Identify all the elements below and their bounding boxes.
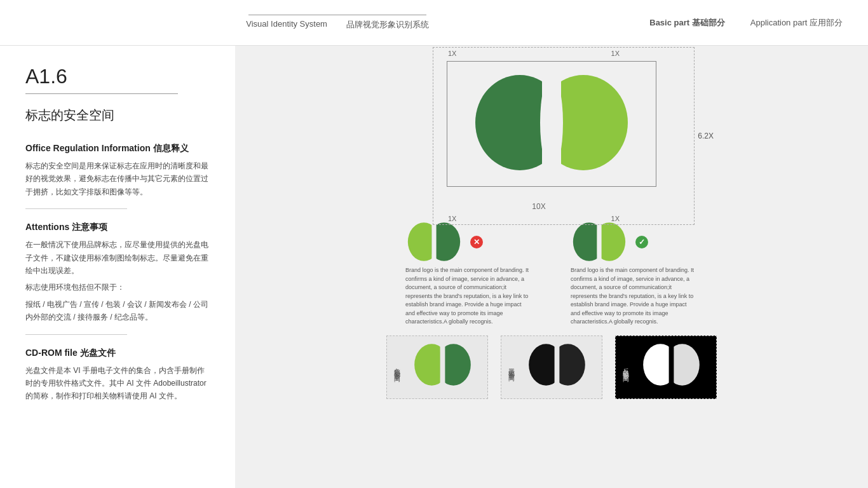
header-nav: Basic part 基础部分 Application part 应用部分 (649, 17, 843, 29)
label-1x-tr: 1X (611, 50, 620, 57)
black-variant: 墨稿安全空间 (501, 336, 602, 399)
section2-text3: 报纸 / 电视广告 / 宣传 / 包装 / 会议 / 新闻发布会 / 公司内外部… (25, 298, 210, 324)
section1-text: 标志的安全空间是用来保证标志在应用时的清晰度和最好的视觉效果，避免标志在传播中与… (25, 159, 210, 198)
section-divider-1 (25, 208, 127, 209)
black-variant-logo (527, 342, 587, 390)
section2-text2: 标志使用环境包括但不限于： (25, 281, 210, 294)
color-variant-logo (412, 342, 473, 390)
color-variant-label: 色彩稿安全空间 (392, 363, 401, 372)
reverse-variant-label: 反白稿安全空间 (621, 363, 630, 372)
label-1x-br: 1X (611, 215, 620, 222)
header: Visual Identity System 品牌视觉形象识别系统 Basic … (0, 0, 868, 46)
page-number: A1.6 (25, 65, 210, 88)
section-divider-2 (25, 334, 127, 335)
svg-rect-13 (597, 221, 601, 262)
svg-rect-8 (431, 221, 436, 262)
correct-logo (571, 221, 628, 262)
svg-point-3 (540, 75, 563, 170)
wrong-icon: ✕ (470, 236, 483, 248)
wrong-example-row: ✕ (405, 221, 483, 262)
wrong-example-text: Brand logo is the main component of bran… (405, 266, 532, 327)
main: A1.6 标志的安全空间 Office Regulation Informati… (0, 46, 868, 488)
middle-row: ✕ Brand logo is the main component of br… (254, 221, 849, 327)
sidebar: A1.6 标志的安全空间 Office Regulation Informati… (0, 46, 235, 488)
section3-title: CD-ROM file 光盘文件 (25, 348, 210, 359)
label-1x-bl: 1X (448, 215, 456, 222)
svg-rect-28 (668, 342, 674, 387)
header-divider (248, 15, 426, 15)
black-variant-label: 墨稿安全空间 (506, 363, 515, 371)
correct-example-row: ✓ (571, 221, 648, 262)
content-area: 1X 1X 1X 1X 6.2X (235, 46, 868, 488)
correct-example-text: Brand logo is the main component of bran… (571, 266, 698, 327)
nav-basic[interactable]: Basic part 基础部分 (649, 17, 725, 29)
label-10x: 10X (447, 202, 656, 211)
svg-rect-18 (440, 342, 445, 387)
color-variant: 色彩稿安全空间 (386, 336, 488, 399)
svg-rect-23 (554, 342, 559, 387)
label-6x: 6.2X (698, 132, 714, 140)
logo-safety-demo: 1X 1X 1X 1X 6.2X (254, 61, 849, 211)
reverse-variant: 反白稿安全空间 (615, 336, 717, 399)
wrong-example: ✕ Brand logo is the main component of br… (405, 221, 532, 327)
sidebar-divider (25, 93, 178, 94)
nav-application[interactable]: Application part 应用部分 (750, 17, 843, 29)
vis-label: Visual Identity System (246, 19, 327, 30)
correct-example: ✓ Brand logo is the main component of br… (571, 221, 698, 327)
label-1x-tl: 1X (448, 50, 456, 57)
section2-text1: 在一般情况下使用品牌标志，应尽量使用提供的光盘电子文件，不建议使用标准制图绘制标… (25, 238, 210, 277)
wrong-logo (405, 221, 463, 262)
reverse-variant-logo (641, 342, 702, 390)
header-center: Visual Identity System 品牌视觉形象识别系统 (246, 15, 429, 30)
section3-text: 光盘文件是本 VI 手册电子文件的集合，内含手册制作时的专用软件格式文件。其中 … (25, 364, 210, 403)
brand-label-cn: 品牌视觉形象识别系统 (346, 19, 429, 30)
correct-icon: ✓ (635, 236, 648, 248)
main-logo-svg (463, 72, 641, 173)
page-title: 标志的安全空间 (25, 107, 210, 124)
section2-title: Attentions 注意事项 (25, 222, 210, 233)
bottom-row: 色彩稿安全空间 墨稿安全空间 (254, 336, 849, 399)
section1-title: Office Regulation Information 信息释义 (25, 143, 210, 154)
logo-inner-box (447, 61, 656, 187)
header-center-row: Visual Identity System 品牌视觉形象识别系统 (246, 19, 429, 30)
